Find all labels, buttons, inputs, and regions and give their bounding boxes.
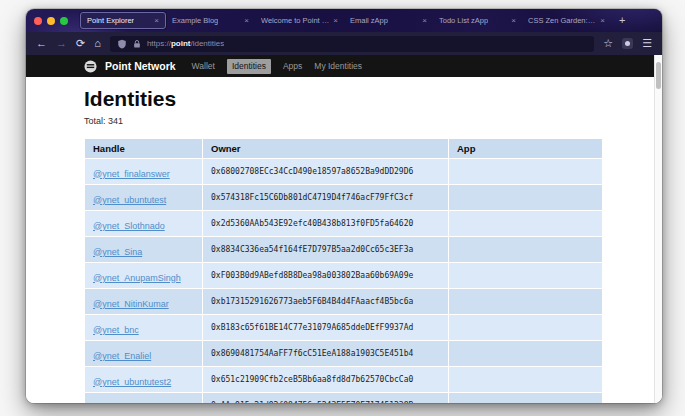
- tab-label: CSS Zen Garden: The Beauty of CSS: [528, 16, 596, 25]
- handle-link[interactable]: @ynet_bnc: [93, 325, 139, 335]
- total-count: Total: 341: [84, 116, 662, 126]
- tab-label: Example Blog: [172, 16, 218, 25]
- owner-address: 0xB183c65f61BE14C77e31079A685ddeDEfF9937…: [203, 315, 448, 340]
- tab-label: Point Explorer: [87, 16, 134, 25]
- table-row: @ynet_finalanswer 0x68002708ECc34CcD490e…: [85, 159, 602, 184]
- url-path: /identities: [190, 39, 224, 48]
- handle-link[interactable]: @ynet_ubuntutest: [93, 195, 166, 205]
- browser-window: Point Explorer × Example Blog × Welcome …: [26, 9, 662, 403]
- table-row: @ynet_ubuntutest 0x574318Fc15C6Db801dC47…: [85, 185, 602, 210]
- tab-email-zapp[interactable]: Email zApp ×: [344, 14, 433, 27]
- zoom-window-button[interactable]: [60, 17, 68, 25]
- identities-table-body: @ynet_finalanswer 0x68002708ECc34CcD490e…: [85, 159, 602, 403]
- nav-wallet[interactable]: Wallet: [192, 61, 215, 71]
- app-nav: Wallet Identities Apps My Identities: [192, 59, 362, 74]
- handle-link[interactable]: @ynet_finalanswer: [93, 169, 170, 179]
- close-icon[interactable]: ×: [600, 16, 605, 25]
- column-header-handle: Handle: [85, 139, 202, 158]
- close-icon[interactable]: ×: [244, 16, 249, 25]
- app-header: Point Network Wallet Identities Apps My …: [26, 55, 662, 77]
- forward-icon[interactable]: →: [56, 38, 67, 49]
- handle-link[interactable]: @ynet_Slothnado: [93, 221, 165, 231]
- handle-link[interactable]: @ynet_NitinKumar: [93, 299, 169, 309]
- owner-address: 0xb17315291626773aeb5F6B4B4d4FAaacf4B5bc…: [203, 289, 448, 314]
- table-row: @ynet_bnc 0xB183c65f61BE14C77e31079A685d…: [85, 315, 602, 340]
- handle-link[interactable]: @ynet_AnupamSingh: [93, 273, 181, 283]
- home-icon[interactable]: ⌂: [94, 38, 101, 49]
- owner-address: 0x574318Fc15C6Db801dC4719D4f746acF79FfC3…: [203, 185, 448, 210]
- owner-address: 0x651c21909Cfb2ceB5Bb6aa8fd8d7b62570CbcC…: [203, 367, 448, 392]
- tab-example-blog[interactable]: Example Blog ×: [166, 14, 255, 27]
- page-content: Identities Total: 341 Handle Owner App @…: [26, 77, 662, 403]
- close-icon[interactable]: ×: [154, 16, 159, 25]
- back-icon[interactable]: ←: [36, 38, 47, 49]
- table-row: @ynet_AnupamSingh 0xF003B0d9ABefd8B8Dea9…: [85, 263, 602, 288]
- table-header-row: Handle Owner App: [85, 139, 602, 158]
- table-row: @ynet_helloyoutube 0xAAe915e21d92f084756…: [85, 393, 602, 403]
- scrollbar[interactable]: [654, 55, 662, 403]
- close-icon[interactable]: ×: [511, 16, 516, 25]
- tab-todo-list-zapp[interactable]: Todo List zApp ×: [433, 14, 522, 27]
- browser-toolbar: ← → ⟳ ⌂ https://point/identities ☆ ☰: [26, 32, 662, 55]
- owner-address: 0x8690481754AaFF7f6cC51EeA188a1903C5E451…: [203, 341, 448, 366]
- brand-name: Point Network: [105, 60, 176, 72]
- owner-address: 0xAAe915e21d92f084756e5243E5F70E71745123…: [203, 393, 448, 403]
- table-row: @ynet_Slothnado 0x2d5360AAb543E92efc40B4…: [85, 211, 602, 236]
- tab-label: Welcome to Point Social: [261, 16, 329, 25]
- url-scheme: https://: [147, 39, 171, 48]
- close-icon[interactable]: ×: [422, 16, 427, 25]
- table-row: @ynet_ubuntutest2 0x651c21909Cfb2ceB5Bb6…: [85, 367, 602, 392]
- browser-titlebar: Point Explorer × Example Blog × Welcome …: [26, 9, 662, 32]
- handle-link[interactable]: @ynet_Enaliel: [93, 351, 151, 361]
- new-tab-button[interactable]: +: [619, 15, 625, 26]
- handle-link[interactable]: @ynet_ubuntutest2: [93, 377, 171, 387]
- nav-my-identities[interactable]: My Identities: [314, 61, 362, 71]
- handle-link[interactable]: @ynet_Sina: [93, 247, 142, 257]
- table-row: @ynet_Enaliel 0x8690481754AaFF7f6cC51EeA…: [85, 341, 602, 366]
- reload-icon[interactable]: ⟳: [76, 38, 85, 49]
- scrollbar-thumb[interactable]: [656, 62, 661, 89]
- owner-address: 0x2d5360AAb543E92efc40B438b813f0FD5fa646…: [203, 211, 448, 236]
- handle-link[interactable]: @ynet_helloyoutube: [93, 403, 175, 404]
- address-bar[interactable]: https://point/identities: [110, 36, 594, 52]
- lock-icon[interactable]: [132, 39, 142, 49]
- owner-address: 0x8834C336ea54f164fE7D797B5aa2d0Cc65c3EF…: [203, 237, 448, 262]
- extension-icon[interactable]: [622, 38, 633, 49]
- page-title: Identities: [84, 87, 662, 111]
- close-icon[interactable]: ×: [333, 16, 338, 25]
- tab-point-explorer[interactable]: Point Explorer ×: [80, 12, 166, 29]
- point-network-logo-icon: [84, 60, 97, 73]
- tab-strip: Point Explorer × Example Blog × Welcome …: [80, 9, 611, 32]
- tab-label: Email zApp: [350, 16, 388, 25]
- identities-table: Handle Owner App @ynet_finalanswer 0x680…: [84, 138, 603, 403]
- tab-css-zen-garden[interactable]: CSS Zen Garden: The Beauty of CSS ×: [522, 14, 611, 27]
- nav-identities[interactable]: Identities: [227, 59, 271, 74]
- close-window-button[interactable]: [34, 17, 42, 25]
- owner-address: 0xF003B0d9ABefd8B8Dea98a003802Baa60b69A0…: [203, 263, 448, 288]
- owner-address: 0x68002708ECc34CcD490e18597a8652Ba9dDD29…: [203, 159, 448, 184]
- column-header-app: App: [449, 139, 602, 158]
- table-row: @ynet_NitinKumar 0xb17315291626773aeb5F6…: [85, 289, 602, 314]
- tab-label: Todo List zApp: [439, 16, 488, 25]
- url-text: https://point/identities: [147, 39, 224, 48]
- column-header-owner: Owner: [203, 139, 448, 158]
- table-row: @ynet_Sina 0x8834C336ea54f164fE7D797B5aa…: [85, 237, 602, 262]
- menu-icon[interactable]: ☰: [642, 38, 652, 49]
- tab-point-social[interactable]: Welcome to Point Social ×: [255, 14, 344, 27]
- shield-icon[interactable]: [117, 39, 127, 49]
- minimize-window-button[interactable]: [47, 17, 55, 25]
- bookmark-star-icon[interactable]: ☆: [603, 38, 613, 49]
- window-controls: [34, 17, 68, 25]
- url-host: point: [171, 39, 191, 48]
- nav-apps[interactable]: Apps: [283, 61, 302, 71]
